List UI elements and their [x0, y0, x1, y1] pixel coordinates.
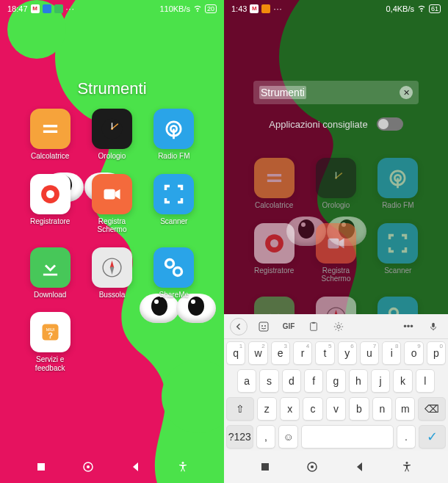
nav-home-icon[interactable]	[82, 461, 94, 473]
folder-title[interactable]: Strumenti	[0, 79, 224, 98]
app-label: ShareMe	[159, 291, 189, 299]
app-compass[interactable]: Bussola	[91, 247, 132, 299]
key-,[interactable]: ,	[256, 425, 276, 448]
recorder-icon	[30, 174, 71, 214]
svg-rect-50	[261, 463, 269, 471]
status-batt: 61	[429, 4, 441, 13]
key-enter[interactable]: ✓	[419, 425, 446, 448]
key-.[interactable]: .	[397, 425, 416, 448]
app-label: Scanner	[160, 217, 187, 226]
folder-rename-value: Strumenti	[259, 86, 306, 99]
svg-rect-28	[267, 180, 281, 182]
status-time: 18:47	[7, 4, 28, 13]
app-calc[interactable]: Calcolatrice	[29, 109, 71, 161]
key-backspace[interactable]: ⌫	[418, 397, 446, 421]
app-radio: Radio FM	[377, 158, 419, 210]
calc-icon	[30, 109, 71, 149]
nav-accessibility-icon[interactable]	[401, 461, 413, 473]
app-label: Registratore	[254, 266, 294, 275]
key-l[interactable]: l	[416, 369, 435, 393]
recommended-apps-toggle[interactable]	[377, 117, 403, 131]
recommended-apps-row: Applicazioni consigliate	[224, 117, 448, 131]
nav-recents-icon[interactable]	[35, 461, 47, 473]
svg-rect-3	[43, 125, 57, 127]
app-clock: Orologio	[315, 158, 356, 210]
key-n[interactable]: n	[372, 397, 392, 421]
key-g[interactable]: g	[326, 369, 345, 393]
download-icon	[30, 247, 71, 288]
app-scanner[interactable]: Scanner	[153, 174, 195, 234]
app-grid-dimmed: CalcolatriceOrologioRadio FMRegistratore…	[224, 158, 448, 340]
key-symbols[interactable]: ?123	[226, 425, 253, 448]
nav-home-icon[interactable]	[306, 461, 318, 473]
app-label: Radio FM	[158, 152, 189, 161]
key-d[interactable]: d	[282, 369, 301, 393]
app-label: Calcolatrice	[31, 152, 69, 161]
app-shareme[interactable]: ShareMe	[153, 247, 195, 299]
folder-rename-field[interactable]: Strumenti ✕	[253, 81, 419, 104]
key-h[interactable]: h	[349, 369, 368, 393]
key-i[interactable]: i8	[382, 341, 401, 365]
app-clock[interactable]: Orologio	[91, 109, 132, 161]
clear-icon[interactable]: ✕	[400, 86, 413, 99]
key-f[interactable]: f	[304, 369, 323, 393]
key-q[interactable]: q1	[226, 341, 245, 365]
key-space[interactable]	[301, 425, 394, 448]
screenrec-icon	[316, 223, 356, 264]
nav-back-icon[interactable]	[130, 461, 142, 473]
nav-recents-icon[interactable]	[259, 461, 271, 473]
app-radio[interactable]: Radio FM	[153, 109, 195, 161]
key-y[interactable]: y6	[338, 341, 357, 365]
app-screenrec: Registra Schermo	[315, 223, 356, 283]
key-☺[interactable]: ☺	[278, 425, 298, 448]
kbd-back-icon[interactable]	[230, 318, 248, 335]
key-j[interactable]: j	[371, 369, 390, 393]
app-label: Calcolatrice	[255, 201, 293, 210]
nav-back-icon[interactable]	[354, 461, 366, 473]
svg-rect-22	[37, 463, 45, 471]
key-u[interactable]: u7	[360, 341, 379, 365]
kbd-clipboard-icon[interactable]	[305, 318, 322, 335]
key-shift[interactable]: ⇧	[226, 397, 254, 421]
right-pane: 1:43 M ··· 0,4KB/s 61 Strumenti ✕ Applic…	[224, 0, 448, 483]
radio-icon	[377, 158, 418, 198]
key-k[interactable]: k	[393, 369, 412, 393]
key-a[interactable]: a	[237, 369, 256, 393]
svg-rect-4	[43, 131, 57, 133]
key-t[interactable]: t5	[315, 341, 334, 365]
nav-accessibility-icon[interactable]	[177, 461, 189, 473]
key-p[interactable]: p0	[427, 341, 446, 365]
app-screenrec[interactable]: Registra Schermo	[91, 174, 132, 234]
kbd-sticker-icon[interactable]	[255, 318, 272, 335]
key-e[interactable]: e3	[271, 341, 290, 365]
app-download[interactable]: Download	[29, 247, 71, 299]
svg-rect-38	[328, 238, 339, 248]
key-w[interactable]: w2	[248, 341, 267, 365]
more-notifs-icon: ···	[273, 4, 282, 13]
key-m[interactable]: m	[395, 397, 415, 421]
key-s[interactable]: s	[259, 369, 278, 393]
key-c[interactable]: c	[303, 397, 322, 421]
svg-point-44	[261, 325, 263, 327]
key-r[interactable]: r4	[293, 341, 312, 365]
kbd-mic-icon[interactable]	[424, 318, 442, 335]
scanner-icon	[377, 223, 418, 264]
svg-point-18	[174, 267, 182, 275]
key-b[interactable]: b	[349, 397, 369, 421]
app-label: Registra Schermo	[91, 217, 132, 234]
svg-point-24	[87, 465, 90, 468]
status-batt: 20	[205, 4, 217, 13]
navbar	[224, 451, 448, 483]
app-recorder[interactable]: Registratore	[29, 174, 71, 234]
app-feedback[interactable]: MIUI?Servizi e feedback	[29, 312, 71, 372]
gmail-icon: M	[250, 4, 259, 13]
kbd-gif-label[interactable]: GIF	[280, 318, 297, 335]
key-x[interactable]: x	[280, 397, 300, 421]
key-v[interactable]: v	[326, 397, 346, 421]
key-o[interactable]: o9	[404, 341, 423, 365]
kbd-settings-icon[interactable]	[330, 318, 347, 335]
key-z[interactable]: z	[257, 397, 277, 421]
svg-point-53	[405, 462, 408, 464]
svg-point-17	[166, 259, 174, 267]
kbd-more-icon[interactable]: •••	[400, 318, 417, 335]
